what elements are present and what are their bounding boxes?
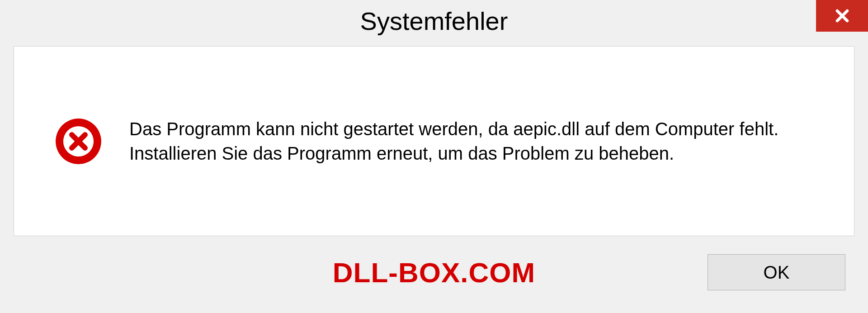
close-icon [834,7,851,24]
error-dialog: Systemfehler Das Programm kann nicht ges… [0,0,868,313]
dialog-title: Systemfehler [360,6,508,36]
footer: DLL-BOX.COM OK [0,245,868,313]
ok-button[interactable]: OK [708,254,845,290]
watermark-text: DLL-BOX.COM [333,256,535,289]
error-icon [55,118,102,165]
close-button[interactable] [816,0,868,32]
error-message: Das Programm kann nicht gestartet werden… [129,117,827,166]
content-area: Das Programm kann nicht gestartet werden… [14,46,854,236]
titlebar: Systemfehler [0,0,868,42]
